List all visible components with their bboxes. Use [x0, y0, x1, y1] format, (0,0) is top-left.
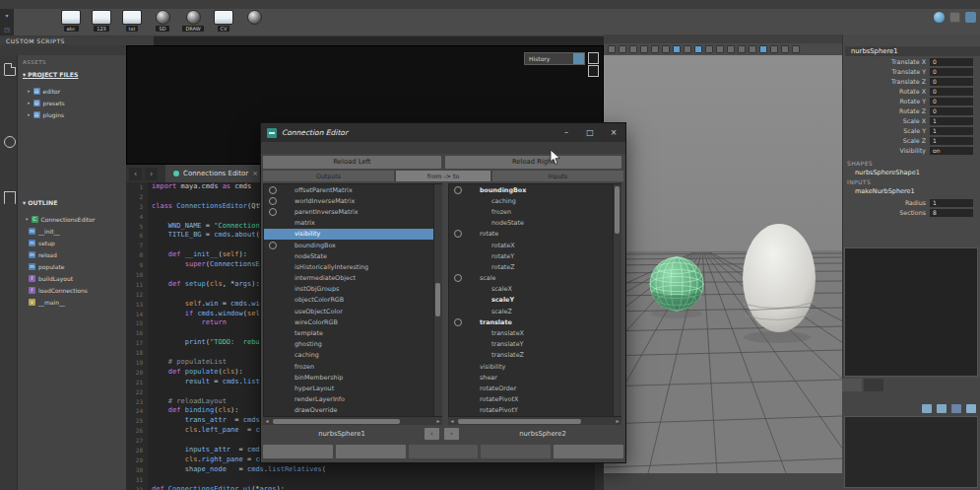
swap-right-button[interactable]: › [444, 428, 459, 440]
viewport-toolbar-icon[interactable] [608, 45, 616, 53]
attribute-row[interactable]: wireColorRGB [264, 316, 441, 327]
inputs-list[interactable]: boundingBox caching frozen nodeState rot… [448, 183, 621, 424]
viewport-toolbar-icon[interactable] [629, 45, 637, 53]
outline-header[interactable]: ▾ OUTLINE [23, 199, 57, 206]
attribute-row[interactable]: isHistoricallyInteresting [264, 261, 441, 272]
dialog-button[interactable] [481, 445, 551, 458]
viewport-toolbar-icon[interactable] [694, 45, 702, 53]
console-clear-icon[interactable] [588, 65, 599, 77]
layer-move-down-icon[interactable] [966, 404, 976, 413]
ide-window-tab[interactable]: CUSTOM SCRIPTS [0, 36, 154, 45]
viewport-toolbar-icon[interactable] [619, 45, 626, 53]
dialog-titlebar[interactable]: Connection Editor – □ × [261, 123, 625, 142]
channel-row[interactable]: Scale X 1 [843, 116, 977, 126]
shelf-button[interactable]: 123 [90, 10, 113, 32]
attribute-row[interactable]: translate [449, 316, 621, 327]
expand-circle-icon[interactable] [269, 197, 277, 205]
shelf-button[interactable]: CV [212, 10, 235, 32]
dialog-button[interactable] [336, 445, 406, 458]
viewport-toolbar-icon[interactable] [792, 45, 800, 53]
attribute-row[interactable]: rotateOrder [449, 383, 621, 393]
channel-value-field[interactable]: 0 [930, 58, 973, 66]
channel-value-field[interactable]: 0 [930, 78, 973, 86]
dialog-button[interactable] [554, 445, 623, 458]
attribute-row[interactable]: matrix [264, 218, 441, 229]
outputs-scrollbar[interactable] [433, 184, 442, 416]
shelf-button[interactable]: SD [151, 10, 174, 32]
attribute-row[interactable]: parentInverseMatrix [264, 206, 441, 217]
attribute-row[interactable]: rotateY [449, 250, 621, 261]
viewport-toolbar-icon[interactable] [662, 45, 670, 53]
console-filter-dropdown[interactable]: History [524, 52, 585, 65]
explorer-icon[interactable] [4, 63, 16, 76]
attribute-row[interactable]: frozen [264, 361, 441, 372]
channel-box-toggle-icon[interactable] [965, 12, 976, 23]
expand-circle-icon[interactable] [454, 274, 462, 282]
attribute-row[interactable]: hyperLayout [264, 383, 441, 393]
channel-value-field[interactable]: 0 [930, 98, 973, 105]
attribute-row[interactable]: rotatePivotY [449, 405, 621, 416]
attribute-row[interactable]: boundingBox [449, 184, 621, 195]
viewport-toolbar-icon[interactable] [673, 45, 681, 53]
project-root-folder[interactable]: ▾ PROJECT FILES [23, 71, 78, 78]
bookmark-icon[interactable] [4, 191, 16, 204]
viewport-toolbar-icon[interactable] [716, 45, 724, 53]
inputs-hscrollbar[interactable]: ◂▸ [448, 416, 621, 425]
channel-row[interactable]: Translate Z 0 [843, 77, 977, 87]
channel-value-field[interactable]: 0 [930, 88, 973, 96]
viewport-toolbar-icon[interactable] [705, 45, 713, 53]
attribute-row[interactable]: translateX [449, 327, 621, 338]
minimize-button[interactable]: – [555, 123, 578, 142]
dialog-button[interactable] [263, 445, 333, 458]
attribute-row[interactable]: worldInverseMatrix [264, 195, 441, 206]
tab-scroll-right-icon[interactable]: › [145, 168, 158, 180]
expand-circle-icon[interactable] [454, 186, 462, 194]
search-icon[interactable] [4, 136, 16, 148]
channel-value-field[interactable]: 0 [930, 107, 973, 115]
outline-item[interactable]: f loadConnections [26, 284, 124, 296]
swap-left-button[interactable]: ‹ [425, 428, 439, 440]
attribute-row[interactable]: rotatePivotX [449, 394, 621, 405]
tab-scroll-left-icon[interactable]: ‹ [129, 168, 142, 180]
tab-close-icon[interactable]: × [252, 170, 258, 177]
attribute-row[interactable]: ghosting [264, 339, 441, 350]
outline-item[interactable]: f buildLayout [26, 272, 124, 284]
attribute-row[interactable]: scaleY [449, 295, 621, 306]
expand-circle-icon[interactable] [269, 186, 277, 194]
attribute-row[interactable]: nodeState [449, 218, 621, 229]
layer-editor-tab[interactable] [864, 379, 883, 391]
channel-row[interactable]: Radius 1 [843, 198, 977, 208]
shelf-collapse-icon[interactable]: ▾ [5, 12, 8, 19]
maximize-button[interactable]: □ [578, 123, 602, 142]
new-layer-icon[interactable] [922, 404, 932, 413]
viewport-toolbar-icon[interactable] [781, 45, 789, 53]
attribute-row[interactable]: rotateX [449, 240, 621, 250]
shelf-button[interactable]: DRAW [181, 10, 205, 32]
attribute-row[interactable]: translateZ [449, 350, 621, 361]
editor-tab-connections-editor[interactable]: Connections Editor × [165, 165, 266, 182]
viewport-toolbar-icon[interactable] [684, 45, 691, 53]
channel-row[interactable]: Translate Y 0 [843, 67, 977, 77]
attribute-row[interactable]: instObjGroups [264, 284, 441, 295]
expand-circle-icon[interactable] [454, 230, 462, 238]
channel-row[interactable]: Translate X 0 [843, 57, 977, 67]
layer-list[interactable] [844, 416, 978, 488]
viewport-toolbar-icon[interactable] [640, 45, 648, 53]
render-ball-icon[interactable] [934, 12, 945, 23]
layer-editor-tab[interactable] [842, 379, 862, 391]
attribute-row[interactable]: template [264, 327, 441, 338]
attribute-row[interactable]: offsetParentMatrix [264, 184, 441, 195]
channel-row[interactable]: Rotate Z 0 [843, 106, 977, 116]
expand-circle-icon[interactable] [269, 208, 277, 216]
attribute-row[interactable]: caching [449, 195, 621, 206]
reload-right-button[interactable]: Reload Right [445, 156, 621, 169]
attribute-row[interactable]: scaleZ [449, 306, 621, 316]
attribute-row[interactable]: renderLayerInfo [264, 394, 441, 405]
outline-item[interactable]: v __main__ [26, 296, 124, 308]
channel-value-field[interactable]: on [930, 147, 973, 155]
viewport-toolbar-icon[interactable] [727, 45, 735, 53]
attribute-row[interactable]: nodeState [264, 250, 441, 261]
attribute-row[interactable]: intermediateObject [264, 273, 441, 284]
attribute-row[interactable]: visibility [264, 229, 441, 240]
outline-item[interactable]: m populate [26, 260, 124, 272]
